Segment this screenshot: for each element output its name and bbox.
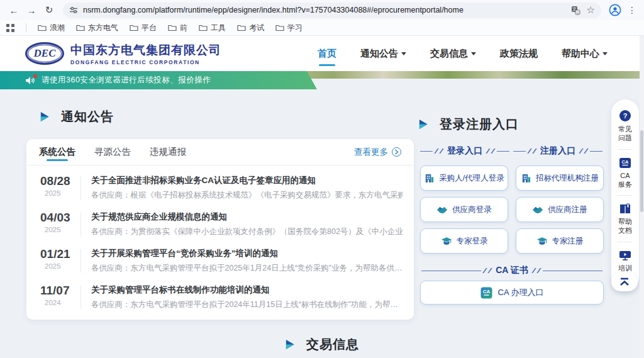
divider: [618, 195, 633, 196]
section-arrow-icon: [39, 111, 51, 123]
collapse-toolbar-button[interactable]: [611, 272, 638, 291]
graduation-cap-icon: [441, 237, 452, 246]
help-docs-tool[interactable]: 帮助文档: [617, 201, 633, 240]
divider: [80, 213, 81, 236]
company-name-cn: 中国东方电气集团有限公司: [70, 42, 221, 59]
translate-icon[interactable]: 文 G: [571, 6, 580, 15]
video-icon: [619, 250, 631, 261]
trade-section-header: 交易信息: [284, 336, 359, 353]
notice-year: 2025: [40, 226, 73, 233]
tab-system-notices[interactable]: 系统公告: [39, 139, 75, 165]
chrome-menu-icon[interactable]: ⋮: [628, 5, 636, 15]
circle-arrow-icon: [392, 147, 401, 157]
supplier-login-button[interactable]: 供应商登录: [420, 197, 508, 222]
reload-icon[interactable]: ↻: [42, 3, 57, 18]
login-section-title: 登录注册入口: [440, 116, 519, 133]
ca-service-tool[interactable]: CA CA服务: [617, 155, 633, 194]
notice-list: 08/28 2025 关于全面推进非招标采购业务CA认证及电子签章应用的通知 各…: [26, 165, 414, 315]
browser-toolbar: ← → ↻ nsrm.dongfang.com/platform/runtime…: [0, 0, 644, 20]
bookmark-label[interactable]: 学习: [287, 23, 303, 33]
bookmark-folder[interactable]: 考试: [237, 23, 264, 33]
screen: ← → ↻ nsrm.dongfang.com/platform/runtime…: [0, 0, 644, 358]
tab-violation-reports[interactable]: 违规通报: [150, 139, 186, 165]
section-arrow-icon: [284, 338, 296, 350]
page-scrollbar[interactable]: [640, 36, 644, 358]
register-group-label: 注册入口: [513, 145, 602, 157]
notice-date: 01/21: [40, 248, 73, 261]
banner-text: 请使用360安全浏览器进行后续投标、报价操作: [42, 75, 211, 86]
notice-summary: 各供应商：根据《电子招标投标系统技术规范》《电子采购交易规范》要求，东方电气采购…: [91, 190, 402, 201]
ca-badge-icon: CA: [480, 287, 492, 299]
profile-avatar-icon[interactable]: [609, 4, 621, 16]
bookmark-label[interactable]: 浪潮: [50, 23, 65, 33]
bid-agency-register-button[interactable]: 招标代理机构注册: [516, 165, 604, 191]
url-text[interactable]: nsrm.dongfang.com/platform/runtime/epp/d…: [83, 6, 566, 14]
company-name-en: DONGFANG ELECTRIC CORPORATION: [70, 59, 221, 65]
notice-title[interactable]: 关于开展采购管理平台“竞价采购业务”培训的通知: [91, 248, 402, 259]
site-settings-icon[interactable]: [69, 6, 78, 14]
section-arrow-icon: [418, 118, 430, 130]
faq-tool[interactable]: ? 常见问题: [617, 107, 633, 148]
bookmark-label[interactable]: 前: [180, 23, 187, 33]
tab-sourcing-notices[interactable]: 寻源公告: [94, 139, 131, 165]
bookmark-label[interactable]: 考试: [249, 23, 264, 33]
svg-text:CA: CA: [482, 289, 490, 294]
back-icon[interactable]: ←: [6, 3, 21, 18]
scrollbar-thumb[interactable]: [640, 130, 643, 212]
list-item[interactable]: 01/21 2025 关于开展采购管理平台“竞价采购业务”培训的通知 各供应商：…: [35, 242, 402, 279]
notice-title[interactable]: 关于规范供应商企业规模信息的通知: [91, 211, 402, 223]
divider: [618, 149, 633, 150]
ca-apply-button[interactable]: CA CA 办理入口: [420, 281, 604, 305]
list-item[interactable]: 04/03 2025 关于规范供应商企业规模信息的通知 各供应商：为贯彻落实《保…: [35, 206, 402, 242]
expert-register-button[interactable]: 专家注册: [516, 228, 604, 254]
purchaser-login-button[interactable]: 采购人/代理人登录: [420, 165, 508, 191]
entry-button-grid: 采购人/代理人登录 招标代理机构注册 供应商登录 供应商注册 专家登录 专家注册: [420, 165, 604, 254]
building-icon: [424, 173, 435, 184]
ca-group-label: CA 证书: [420, 265, 604, 276]
svg-text:G: G: [576, 10, 579, 14]
bookmark-folder[interactable]: 浪潮: [38, 23, 65, 33]
list-item[interactable]: 08/28 2025 关于全面推进非招标采购业务CA认证及电子签章应用的通知 各…: [35, 169, 402, 206]
chevron-down-icon: [471, 52, 476, 58]
notice-date: 04/03: [40, 211, 73, 225]
notice-date: 11/07: [40, 284, 73, 298]
bookmark-label[interactable]: 平台: [142, 23, 157, 33]
nav-home[interactable]: 首页: [318, 44, 336, 64]
bookmark-label[interactable]: 工具: [211, 23, 226, 33]
apps-grid-icon[interactable]: [6, 24, 14, 32]
notice-title[interactable]: 关于采购管理平台标书在线制作功能培训的通知: [91, 284, 402, 296]
list-item[interactable]: 11/07 2024 关于采购管理平台标书在线制作功能培训的通知 各供应商：东方…: [35, 279, 402, 315]
address-bar[interactable]: nsrm.dongfang.com/platform/runtime/epp/d…: [63, 3, 601, 18]
forward-icon[interactable]: →: [24, 3, 39, 18]
notice-section-title: 通知公告: [61, 108, 114, 125]
bookmark-folder[interactable]: 工具: [199, 23, 226, 33]
expert-login-button[interactable]: 专家登录: [420, 228, 508, 254]
notification-dot: [33, 74, 37, 78]
bookmark-folder[interactable]: 平台: [130, 23, 157, 33]
notice-title[interactable]: 关于全面推进非招标采购业务CA认证及电子签章应用的通知: [91, 175, 402, 186]
notice-year: 2025: [40, 189, 73, 197]
notice-section-header: 通知公告: [39, 108, 114, 125]
handshake-icon: [436, 205, 448, 215]
side-toolbar: ? 常见问题 CA CA服务 帮助文档 培训视频: [611, 99, 639, 291]
notice-summary: 各供应商：为贯彻落实《保障中小企业款项支付条例》（国务院令第802号）及《中小企…: [91, 227, 402, 237]
nav-notices[interactable]: 通知公告: [360, 44, 406, 64]
notice-tabs: 系统公告 寻源公告 违规通报 查看更多: [26, 139, 414, 165]
bookmark-star-icon[interactable]: ☆: [587, 4, 595, 16]
divider: [80, 176, 81, 199]
bookmark-label[interactable]: 东方电气: [88, 23, 118, 33]
nav-trade-info[interactable]: 交易信息: [430, 44, 476, 64]
view-more-link[interactable]: 查看更多: [354, 147, 401, 158]
bookmark-folder[interactable]: 学习: [275, 23, 303, 33]
nav-policies[interactable]: 政策法规: [500, 44, 538, 64]
notice-year: 2025: [40, 262, 73, 270]
bookmark-folder[interactable]: 东方电气: [76, 23, 118, 33]
notice-summary: 各供应商：东方电气采购管理平台拟于2025年1月24日上线“竞价采购”业务，为帮…: [91, 263, 402, 274]
bookmarks-divider: [26, 23, 26, 32]
bookmark-folder[interactable]: 前: [168, 23, 187, 33]
building-icon: [521, 173, 531, 184]
dec-logo[interactable]: DEC 中国东方电气集团有限公司 DONGFANG ELECTRIC CORPO…: [25, 42, 221, 65]
bookmarks-bar: 浪潮 东方电气 平台 前 工具 考试 学习: [0, 20, 644, 36]
supplier-register-button[interactable]: 供应商注册: [516, 197, 604, 222]
nav-help-center[interactable]: 帮助中心: [562, 44, 608, 64]
